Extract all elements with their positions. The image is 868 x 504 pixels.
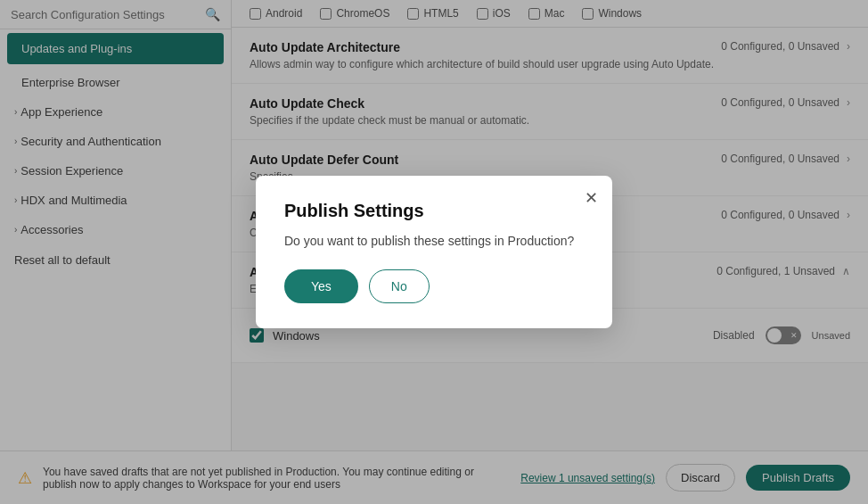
publish-settings-dialog: ✕ Publish Settings Do you want to publis… <box>256 176 612 328</box>
dialog-title: Publish Settings <box>284 201 584 221</box>
dialog-actions: Yes No <box>284 269 584 303</box>
dialog-yes-button[interactable]: Yes <box>284 269 358 303</box>
dialog-body: Do you want to publish these settings in… <box>284 234 584 248</box>
dialog-no-button[interactable]: No <box>369 269 430 303</box>
dialog-close-button[interactable]: ✕ <box>585 190 598 206</box>
dialog-overlay: ✕ Publish Settings Do you want to publis… <box>0 0 868 504</box>
